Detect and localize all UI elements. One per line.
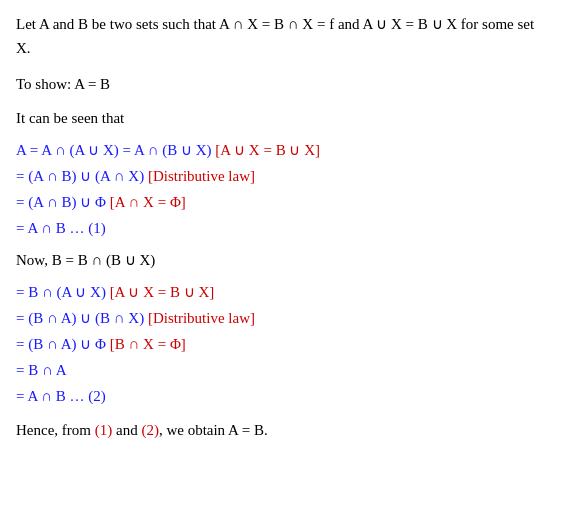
eq-line-2: = (A ∩ B) ∪ (A ∩ X) [Distributive law] — [16, 164, 550, 188]
proof-container: Let A and B be two sets such that A ∩ X … — [16, 12, 550, 442]
eq-line-1: A = A ∩ (A ∪ X) = A ∩ (B ∪ X) [A ∪ X = B… — [16, 138, 550, 162]
eq-line-9: = A ∩ B … (2) — [16, 384, 550, 408]
now-block: Now, B = B ∩ (B ∪ X) — [16, 248, 550, 272]
intro-content: Let A and B be two sets such that A ∩ X … — [16, 16, 534, 56]
eq-line-4: = A ∩ B … (1) — [16, 216, 550, 240]
to-show: To show: A = B — [16, 72, 550, 96]
to-show-text: To show: A = B — [16, 76, 110, 92]
eq-line-5: = B ∩ (A ∪ X) [A ∪ X = B ∪ X] — [16, 280, 550, 304]
observe-content: It can be seen that — [16, 110, 124, 126]
intro-text: Let A and B be two sets such that A ∩ X … — [16, 12, 550, 60]
conclusion-text: Hence, from (1) and (2), we obtain A = B… — [16, 418, 550, 442]
eq-line-6: = (B ∩ A) ∪ (B ∩ X) [Distributive law] — [16, 306, 550, 330]
observe-text: It can be seen that — [16, 106, 550, 130]
eq-line-3: = (A ∩ B) ∪ Φ [A ∩ X = Φ] — [16, 190, 550, 214]
eq-line-8: = B ∩ A — [16, 358, 550, 382]
now-text: Now, B = B ∩ (B ∪ X) — [16, 248, 550, 272]
equation-block-2: = B ∩ (A ∪ X) [A ∪ X = B ∪ X] = (B ∩ A) … — [16, 280, 550, 408]
eq-line-7: = (B ∩ A) ∪ Φ [B ∩ X = Φ] — [16, 332, 550, 356]
equation-block-1: A = A ∩ (A ∪ X) = A ∩ (B ∪ X) [A ∪ X = B… — [16, 138, 550, 240]
